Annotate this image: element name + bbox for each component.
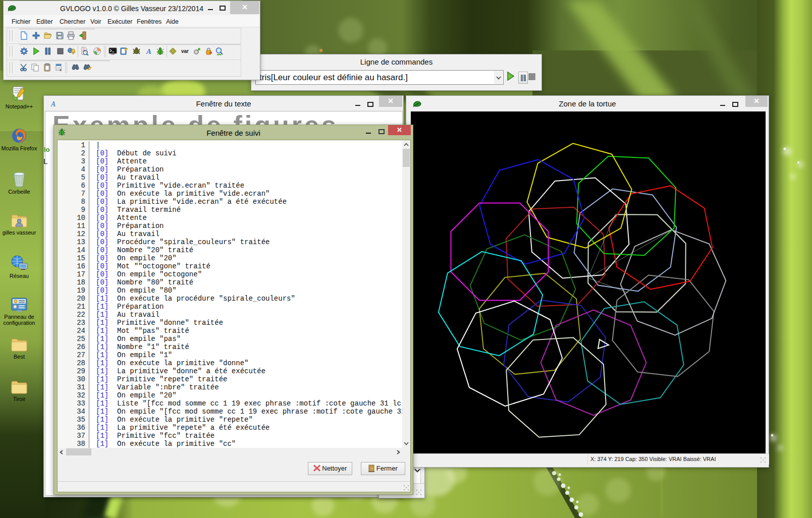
svg-text:A: A xyxy=(146,47,151,55)
svg-text:var: var xyxy=(181,48,189,54)
svg-text:x: x xyxy=(60,68,62,72)
svg-text:A: A xyxy=(50,100,56,107)
